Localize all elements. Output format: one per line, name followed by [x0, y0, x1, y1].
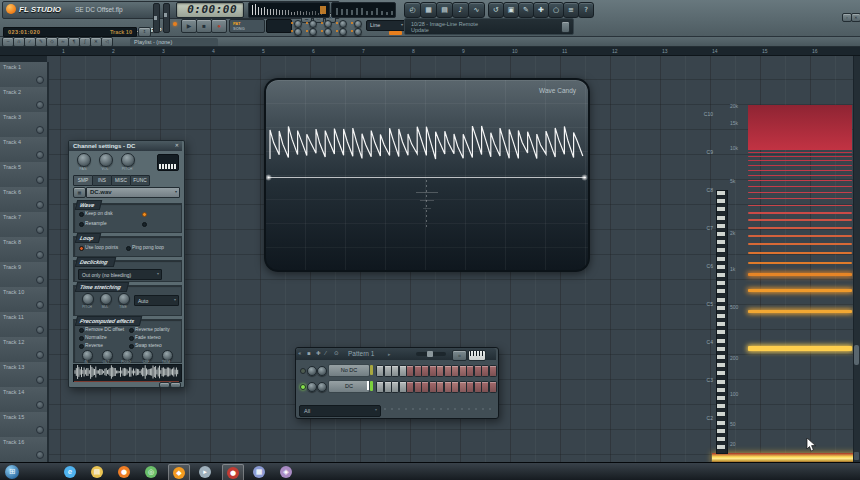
- taskbar-ie[interactable]: e: [60, 464, 80, 480]
- bar-number[interactable]: 9: [462, 48, 465, 54]
- master-knob[interactable]: [339, 20, 347, 28]
- seq-title-icon-3[interactable]: ⁄: [325, 350, 326, 356]
- sample-preview[interactable]: [73, 364, 182, 382]
- taskbar-explorer[interactable]: ▤: [87, 464, 107, 480]
- pattern-next-icon[interactable]: ▸: [388, 351, 391, 357]
- start-button[interactable]: ⊞: [5, 465, 19, 479]
- channel-settings-window[interactable]: Channel settings - DC ✕ PANVOLPITCH SMPI…: [68, 140, 185, 388]
- track-row[interactable]: Track 2: [0, 87, 49, 113]
- step-15[interactable]: [481, 365, 489, 378]
- channel-button[interactable]: No DC: [328, 364, 370, 377]
- taskbar-firefox[interactable]: ●: [114, 464, 134, 480]
- channel-button[interactable]: DC: [328, 380, 370, 393]
- track-row[interactable]: Track 4: [0, 137, 49, 163]
- option-label[interactable]: Ping pong loop: [132, 245, 164, 250]
- step-5[interactable]: [406, 365, 414, 378]
- tab-ins[interactable]: INS: [92, 175, 112, 186]
- option-led[interactable]: [79, 246, 84, 251]
- step-9[interactable]: [436, 381, 444, 394]
- sample-file-selector[interactable]: DC.wav ▾: [86, 187, 180, 198]
- tools-icon[interactable]: ✚: [533, 2, 549, 18]
- stretch-knob-time[interactable]: [118, 293, 130, 305]
- bar-number[interactable]: 15: [762, 48, 768, 54]
- slider-handle[interactable]: [154, 16, 157, 20]
- track-knob[interactable]: [36, 151, 44, 159]
- wave-candy-scope-window[interactable]: Wave Candy: [264, 78, 590, 272]
- track-row[interactable]: Track 9: [0, 262, 49, 288]
- track-knob[interactable]: [36, 201, 44, 209]
- track-row[interactable]: Track 15: [0, 412, 49, 438]
- option-led[interactable]: [79, 336, 84, 341]
- track-row[interactable]: Track 12: [0, 337, 49, 363]
- pianoroll-panel-icon[interactable]: ▤: [436, 2, 453, 18]
- bar-number[interactable]: 6: [312, 48, 315, 54]
- track-knob[interactable]: [36, 176, 44, 184]
- option-led[interactable]: [79, 328, 84, 333]
- master-knob[interactable]: [294, 20, 302, 28]
- plugin-icon[interactable]: ▣: [503, 2, 519, 18]
- tab-smp[interactable]: SMP: [73, 175, 93, 186]
- bar-number[interactable]: 3: [162, 48, 165, 54]
- close-icon[interactable]: ✕: [175, 142, 179, 148]
- master-knob[interactable]: [324, 28, 332, 36]
- taskbar-media[interactable]: ▸: [195, 464, 215, 480]
- step-15[interactable]: [481, 381, 489, 394]
- swing-handle[interactable]: [427, 351, 433, 357]
- track-knob[interactable]: [36, 276, 44, 284]
- channel-preview-icon[interactable]: [157, 154, 179, 171]
- master-knob[interactable]: [354, 28, 362, 36]
- preview-menu-button[interactable]: [170, 382, 181, 388]
- bar-number[interactable]: 16: [812, 48, 818, 54]
- track-row[interactable]: Track 5: [0, 162, 49, 188]
- taskbar-player-red[interactable]: ●: [222, 464, 244, 480]
- taskbar-gimp[interactable]: ◈: [276, 464, 296, 480]
- graph-editor-button[interactable]: ⌗: [452, 350, 467, 361]
- master-knob[interactable]: [324, 20, 332, 28]
- taskbar-office[interactable]: ▦: [249, 464, 269, 480]
- notes-icon[interactable]: ≡: [563, 2, 579, 18]
- bar-number[interactable]: 5: [262, 48, 265, 54]
- master-knob[interactable]: [309, 20, 317, 28]
- bar-number[interactable]: 7: [362, 48, 365, 54]
- keyboard-editor-button[interactable]: [468, 350, 486, 361]
- volume-knob[interactable]: [317, 382, 327, 392]
- scrollbar-end-button[interactable]: [854, 452, 859, 460]
- option-label[interactable]: Swap stereo: [135, 343, 162, 348]
- track-row[interactable]: Track 8: [0, 237, 49, 263]
- position-stepper[interactable]: ⇕: [138, 27, 151, 37]
- bar-number[interactable]: 4: [212, 48, 215, 54]
- scope-panel-icon[interactable]: ∿: [468, 2, 485, 18]
- track-knob[interactable]: [36, 426, 44, 434]
- channel-settings-titlebar[interactable]: Channel settings - DC ✕: [69, 141, 182, 151]
- volume-knob[interactable]: [317, 366, 327, 376]
- option-led[interactable]: [129, 336, 134, 341]
- stretch-knob-pitch[interactable]: [82, 293, 94, 305]
- option-label[interactable]: Normalize: [85, 335, 107, 340]
- track-knob[interactable]: [36, 376, 44, 384]
- seq-title-icon-0[interactable]: «: [298, 350, 301, 356]
- step-11[interactable]: [451, 365, 459, 378]
- option-label[interactable]: Keep on disk: [85, 211, 113, 216]
- option-led[interactable]: [79, 212, 84, 217]
- stepseq-panel-icon[interactable]: ▦: [420, 2, 437, 18]
- step-13[interactable]: [466, 381, 474, 394]
- bar-number[interactable]: 14: [712, 48, 718, 54]
- song-label[interactable]: SONG: [233, 26, 245, 31]
- option-led[interactable]: [79, 344, 84, 349]
- track-knob[interactable]: [36, 251, 44, 259]
- pat-song-switch[interactable]: PAT SONG: [229, 19, 265, 33]
- undo-icon[interactable]: ↺: [488, 2, 504, 18]
- step-7[interactable]: [421, 381, 429, 394]
- seq-title-icon-2[interactable]: ✚: [316, 350, 321, 356]
- mute-led[interactable]: [300, 384, 306, 390]
- track-knob[interactable]: [36, 401, 44, 409]
- track-knob[interactable]: [36, 451, 44, 459]
- playlist-tab[interactable]: Playlist - (none): [130, 38, 218, 46]
- option-label[interactable]: Remove DC offset: [85, 327, 124, 332]
- sequencer-titlebar[interactable]: «▪✚⁄⊙ Pattern 1 ▸ ⌗: [296, 348, 496, 360]
- stretch-knob-mul[interactable]: [100, 293, 112, 305]
- bar-number[interactable]: 1: [62, 48, 65, 54]
- track-knob[interactable]: [36, 126, 44, 134]
- channel-knob-pan[interactable]: [77, 153, 91, 167]
- track-knob[interactable]: [36, 351, 44, 359]
